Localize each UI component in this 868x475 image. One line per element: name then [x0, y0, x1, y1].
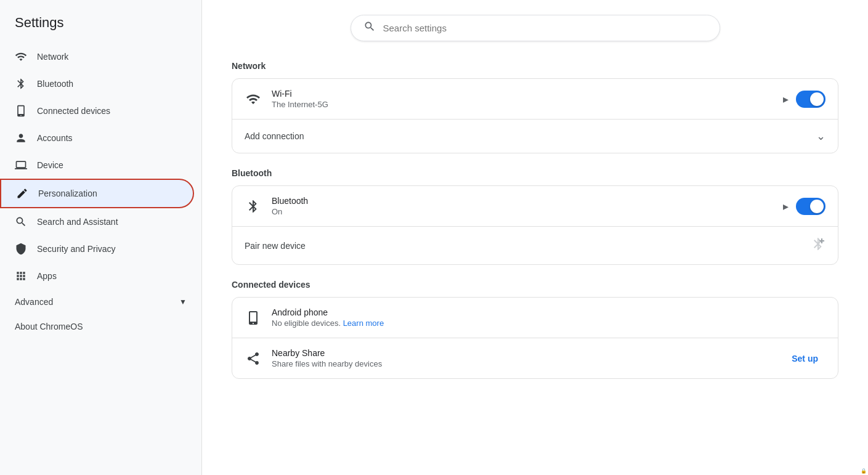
search-nav-icon — [15, 216, 27, 228]
search-input[interactable] — [383, 23, 707, 33]
sidebar-item-network-label: Network — [37, 52, 68, 62]
sidebar-item-device[interactable]: Device — [0, 152, 194, 179]
wifi-subtitle: The Internet-5G — [272, 100, 773, 109]
sidebar-advanced-label: Advanced — [15, 297, 53, 307]
android-phone-row[interactable]: Android phone No eligible devices. Learn… — [232, 298, 838, 338]
person-icon — [15, 132, 27, 144]
wifi-chevron-icon: ▸ — [783, 92, 789, 106]
android-phone-title: Android phone — [272, 307, 825, 317]
sidebar-item-accounts[interactable]: Accounts — [0, 124, 194, 152]
sidebar-item-personalization[interactable]: Personalization — [0, 179, 194, 208]
android-phone-subtitle: No eligible devices. Learn more — [272, 319, 825, 328]
pair-new-device-row[interactable]: Pair new device — [232, 227, 838, 264]
connected-devices-card: Android phone No eligible devices. Learn… — [232, 297, 838, 379]
sidebar-item-personalization-label: Personalization — [38, 189, 97, 198]
wifi-row-text: Wi-Fi The Internet-5G — [272, 89, 773, 109]
bluetooth-toggle[interactable] — [796, 198, 825, 215]
bluetooth-add-icon — [811, 237, 825, 254]
advanced-arrow-icon: ▼ — [179, 298, 187, 306]
main-content: Network 🔒 Wi-Fi The Internet-5G ▸ — [202, 0, 868, 475]
nearby-share-text: Nearby Share Share files with nearby dev… — [272, 348, 774, 368]
connected-devices-section-title: Connected devices — [232, 280, 838, 290]
sidebar-item-security-privacy-label: Security and Privacy — [37, 244, 116, 254]
bluetooth-toggle-knob — [810, 200, 824, 213]
add-connection-row[interactable]: Add connection ⌄ — [232, 120, 838, 153]
nearby-share-setup-button[interactable]: Set up — [784, 349, 825, 368]
connected-devices-icon — [15, 105, 27, 117]
search-icon — [363, 20, 376, 36]
edit-icon — [16, 187, 28, 200]
android-phone-no-eligible: No eligible devices. — [272, 319, 341, 328]
sidebar: Settings Network Bluetooth Connected dev… — [0, 0, 202, 475]
sidebar-item-network[interactable]: Network — [0, 43, 194, 70]
wifi-toggle[interactable] — [796, 91, 825, 108]
nearby-share-right: Set up — [784, 349, 825, 368]
nearby-share-icon — [245, 350, 262, 367]
bluetooth-section: Bluetooth Bluetooth On ▸ — [232, 168, 838, 265]
sidebar-item-search-assistant-label: Search and Assistant — [37, 217, 118, 227]
bluetooth-item-title: Bluetooth — [272, 196, 773, 206]
bluetooth-icon — [15, 78, 27, 90]
network-card: 🔒 Wi-Fi The Internet-5G ▸ Add connection… — [232, 78, 838, 153]
sidebar-item-security-privacy[interactable]: Security and Privacy — [0, 235, 194, 262]
nearby-share-title: Nearby Share — [272, 348, 774, 358]
nearby-share-row[interactable]: Nearby Share Share files with nearby dev… — [232, 338, 838, 378]
wifi-toggle-knob — [810, 92, 824, 106]
sidebar-item-bluetooth-label: Bluetooth — [37, 79, 73, 89]
sidebar-advanced[interactable]: Advanced ▼ — [0, 290, 201, 314]
nearby-share-subtitle: Share files with nearby devices — [272, 359, 774, 368]
bluetooth-row-text: Bluetooth On — [272, 196, 773, 216]
add-connection-label: Add connection — [245, 131, 304, 141]
bluetooth-card: Bluetooth On ▸ Pair new device — [232, 185, 838, 265]
wifi-row-right: ▸ — [783, 91, 825, 108]
android-phone-learn-more-link[interactable]: Learn more — [343, 319, 384, 328]
network-section: Network 🔒 Wi-Fi The Internet-5G ▸ — [232, 61, 838, 153]
laptop-icon — [15, 159, 27, 171]
sidebar-about[interactable]: About ChromeOS — [0, 314, 201, 339]
shield-icon — [15, 243, 27, 255]
sidebar-item-connected-devices[interactable]: Connected devices — [0, 97, 194, 124]
sidebar-item-apps[interactable]: Apps — [0, 262, 194, 290]
sidebar-item-apps-label: Apps — [37, 271, 57, 281]
android-phone-icon — [245, 309, 262, 327]
search-bar-container — [232, 15, 838, 41]
android-phone-text: Android phone No eligible devices. Learn… — [272, 307, 825, 328]
sidebar-item-connected-devices-label: Connected devices — [37, 106, 110, 116]
sidebar-item-search-assistant[interactable]: Search and Assistant — [0, 208, 194, 235]
connected-devices-section: Connected devices Android phone No eligi… — [232, 280, 838, 379]
pair-new-device-label: Pair new device — [245, 241, 306, 251]
bluetooth-item-subtitle: On — [272, 207, 773, 216]
wifi-row-icon: 🔒 — [245, 91, 262, 108]
app-title: Settings — [0, 10, 201, 43]
network-section-title: Network — [232, 61, 838, 71]
bluetooth-row-right: ▸ — [783, 198, 825, 215]
bluetooth-chevron-icon: ▸ — [783, 200, 789, 213]
sidebar-item-device-label: Device — [37, 160, 63, 170]
search-bar — [351, 15, 720, 41]
apps-icon — [15, 270, 27, 282]
wifi-title: Wi-Fi — [272, 89, 773, 99]
sidebar-item-bluetooth[interactable]: Bluetooth — [0, 70, 194, 97]
bluetooth-row-icon — [245, 198, 262, 215]
sidebar-item-accounts-label: Accounts — [37, 133, 73, 143]
bluetooth-section-title: Bluetooth — [232, 168, 838, 178]
sidebar-about-label: About ChromeOS — [15, 322, 83, 331]
wifi-row[interactable]: 🔒 Wi-Fi The Internet-5G ▸ — [232, 79, 838, 120]
add-connection-chevron-icon: ⌄ — [816, 129, 825, 143]
wifi-icon — [15, 51, 27, 63]
bluetooth-row[interactable]: Bluetooth On ▸ — [232, 186, 838, 227]
